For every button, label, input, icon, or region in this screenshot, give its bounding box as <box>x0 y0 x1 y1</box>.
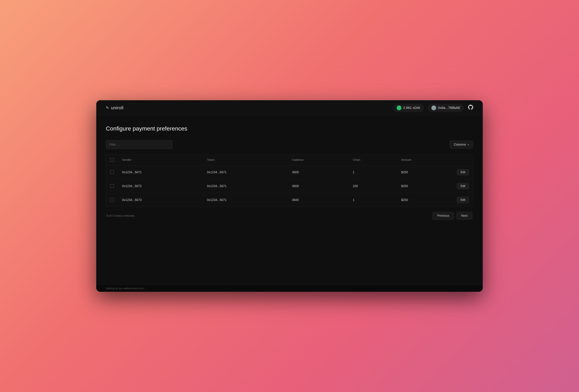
row-amount-1: $250 <box>397 179 453 193</box>
row-amount-2: $250 <box>397 193 453 207</box>
header-amount: Amount <box>397 155 453 165</box>
row-actions-0: Edit <box>453 165 473 179</box>
row-chain-2: 1 <box>349 193 397 207</box>
page-title: Configure payment preferences <box>106 125 473 132</box>
status-bar: Waiting for rpc.walletconnect.com.... <box>96 285 483 292</box>
row-cadence-2: 3600 <box>288 193 349 207</box>
balance-badge[interactable]: 2.961 xDAI <box>393 104 424 112</box>
table-row: 0x1234...5671 0x1234...5671 3600 1 $250 … <box>106 165 473 179</box>
row-cadence-0: 3600 <box>288 165 349 179</box>
columns-button[interactable]: Columns ▾ <box>449 141 473 149</box>
table-row: 0x1234...5673 0x1234...5671 3600 1 $250 … <box>106 193 473 207</box>
row-sender-0: 0x1234...5671 <box>118 165 203 179</box>
header-token: Token <box>203 155 288 165</box>
previous-button[interactable]: Previous <box>432 212 454 220</box>
row-amount-0: $250 <box>397 165 453 179</box>
nav-right: 2.961 xDAI 0x8a...788bAE <box>393 104 473 112</box>
filter-input[interactable] <box>106 140 173 149</box>
status-text: Waiting for rpc.walletconnect.com.... <box>106 287 147 290</box>
table-footer: 0 of 3 row(s) selected. Previous Next <box>106 212 473 220</box>
header-actions <box>453 155 473 165</box>
rows-selected-text: 0 of 3 row(s) selected. <box>107 214 135 218</box>
row-token-0: 0x1234...5671 <box>203 165 288 179</box>
row-token-2: 0x1234...5671 <box>203 193 288 207</box>
header-chain: Chain <box>349 155 397 165</box>
header-sender: Sender <box>118 155 203 165</box>
row-chain-0: 1 <box>349 165 397 179</box>
main-content: Configure payment preferences Columns ▾ <box>96 116 483 285</box>
row-checkbox-1[interactable] <box>110 184 114 188</box>
table-header-row: Sender Token Cadence Chain Amount <box>106 155 473 165</box>
logo-area: ✎ uniroll <box>106 105 124 110</box>
logo-icon: ✎ <box>106 106 109 110</box>
toolbar: Columns ▾ <box>106 140 473 149</box>
navbar: ✎ uniroll 2.961 xDAI 0x8a...788bAE <box>96 100 483 116</box>
github-icon[interactable] <box>468 105 473 111</box>
row-token-1: 0x1234...5671 <box>203 179 288 193</box>
app-window: ✎ uniroll 2.961 xDAI 0x8a...788bAE Confi… <box>96 100 483 292</box>
data-table: Sender Token Cadence Chain Amount 0x1234… <box>106 155 473 207</box>
next-button[interactable]: Next <box>456 212 472 220</box>
wallet-badge[interactable]: 0x8a...788bAE <box>428 104 464 112</box>
select-all-checkbox[interactable] <box>110 158 114 162</box>
balance-dot-icon <box>397 105 402 110</box>
row-sender-2: 0x1234...5673 <box>118 193 203 207</box>
edit-button-0[interactable]: Edit <box>457 169 469 175</box>
pagination-controls: Previous Next <box>432 212 472 220</box>
row-checkbox-cell <box>106 179 118 193</box>
row-chain-1: 100 <box>349 179 397 193</box>
chevron-down-icon: ▾ <box>468 143 469 146</box>
wallet-address: 0x8a...788bAE <box>438 106 460 110</box>
wallet-dot-icon <box>432 105 436 110</box>
edit-button-1[interactable]: Edit <box>457 183 469 189</box>
row-cadence-1: 3600 <box>288 179 349 193</box>
header-cadence: Cadence <box>288 155 349 165</box>
row-checkbox-cell <box>106 165 118 179</box>
balance-value: 2.961 xDAI <box>403 106 420 110</box>
header-checkbox-col <box>106 155 118 165</box>
logo-text: uniroll <box>111 105 124 110</box>
row-sender-1: 0x1234...5672 <box>118 179 203 193</box>
row-actions-1: Edit <box>453 179 473 193</box>
payment-table: Sender Token Cadence Chain Amount 0x1234… <box>106 155 473 207</box>
row-checkbox-0[interactable] <box>110 170 114 174</box>
row-actions-2: Edit <box>453 193 473 207</box>
row-checkbox-2[interactable] <box>110 198 114 202</box>
edit-button-2[interactable]: Edit <box>457 197 469 203</box>
row-checkbox-cell <box>106 193 118 207</box>
columns-label: Columns <box>454 143 466 146</box>
table-row: 0x1234...5672 0x1234...5671 3600 100 $25… <box>106 179 473 193</box>
